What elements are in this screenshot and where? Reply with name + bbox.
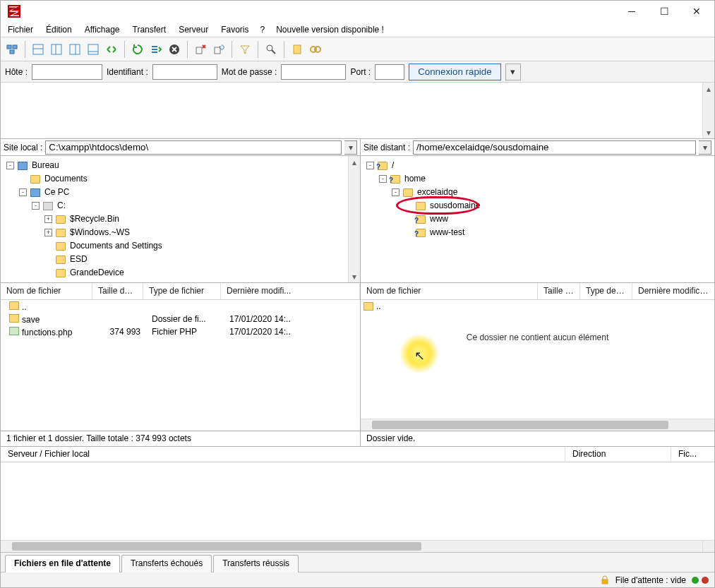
svg-rect-9 [88, 44, 98, 54]
tree-node[interactable]: sousdomaine [365, 199, 714, 212]
minimize-button[interactable]: ─ [615, 1, 648, 22]
local-path-dropdown[interactable]: ▾ [344, 140, 357, 155]
menu-help[interactable]: ? [256, 23, 270, 36]
tree-node[interactable]: -excelaidqe [365, 186, 714, 199]
local-columns[interactable]: Nom de fichier Taille de fi... Type de f… [1, 283, 360, 300]
tree-toggle[interactable]: - [19, 188, 27, 196]
disconnect-button[interactable] [192, 41, 209, 58]
remote-path-dropdown[interactable]: ▾ [699, 140, 711, 155]
queue-col-direction[interactable]: Direction [565, 447, 671, 462]
quickconnect-history-button[interactable]: ▾ [505, 64, 521, 80]
user-input[interactable] [152, 64, 217, 80]
local-path-input[interactable] [45, 140, 342, 155]
svg-rect-13 [215, 47, 220, 54]
tree-node[interactable]: Documents and Settings [5, 239, 360, 253]
tab-queued[interactable]: Fichiers en file d'attente [5, 555, 120, 572]
tree-toggle[interactable]: - [366, 162, 374, 169]
remote-files[interactable]: .. Ce dossier ne contient aucun élément … [361, 300, 714, 431]
svg-rect-3 [33, 44, 43, 54]
menu-newversion[interactable]: Nouvelle version disponible ! [270, 23, 390, 36]
col-type[interactable]: Type de fichier [143, 283, 221, 299]
toggle-localtree-button[interactable] [48, 41, 65, 58]
tree-label: Documents [44, 172, 88, 186]
col-date[interactable]: Dernière modifi... [221, 283, 360, 299]
compare-button[interactable] [263, 41, 280, 58]
tree-label: $Windows.~WS [70, 226, 130, 239]
menu-transfer[interactable]: Transfert [127, 23, 172, 36]
tree-toggle[interactable]: - [6, 162, 14, 169]
tree-node[interactable]: Documents [5, 172, 360, 186]
tree-toggle[interactable]: - [32, 202, 40, 210]
tree-node[interactable]: +$Recycle.Bin [5, 212, 360, 226]
sync-browse-button[interactable] [103, 41, 120, 58]
tree-toggle[interactable]: + [44, 215, 52, 223]
tree-node[interactable]: -home [365, 172, 714, 186]
col-type-r[interactable]: Type de fi... [580, 283, 632, 299]
col-size-r[interactable]: Taille d... [538, 283, 580, 299]
col-size[interactable]: Taille de fi... [92, 283, 143, 299]
toggle-remotetree-button[interactable] [66, 41, 83, 58]
reconnect-button[interactable] [210, 41, 227, 58]
scroll-down-icon[interactable]: ▾ [703, 126, 714, 138]
queue-col-file[interactable]: Serveur / Fichier local [1, 447, 565, 462]
local-tree-scrollbar[interactable]: ▴▾ [348, 156, 360, 282]
log-scrollbar[interactable]: ▴ ▾ [702, 83, 714, 138]
tab-success[interactable]: Transferts réussis [213, 555, 299, 572]
menu-bookmarks[interactable]: Favoris [215, 23, 254, 36]
scroll-up-icon[interactable]: ▴ [703, 83, 714, 95]
filter-button[interactable] [236, 41, 253, 58]
tree-toggle[interactable]: + [44, 229, 52, 236]
remote-h-scrollbar[interactable] [361, 419, 714, 431]
tree-node[interactable]: +$Windows.~WS [5, 226, 360, 239]
local-status: 1 fichier et 1 dossier. Taille totale : … [1, 431, 361, 446]
tab-failed[interactable]: Transferts échoués [121, 555, 212, 572]
col-name[interactable]: Nom de fichier [1, 283, 92, 299]
port-input[interactable] [375, 64, 404, 80]
quickconnect-button[interactable]: Connexion rapide [409, 64, 500, 80]
menu-file[interactable]: Fichier [2, 23, 39, 36]
queue-columns[interactable]: Serveur / Fichier local Direction Fic... [1, 447, 714, 462]
list-item[interactable]: functions.php374 993Fichier PHP17/01/202… [1, 325, 360, 338]
queue-col-remote[interactable]: Fic... [671, 447, 714, 462]
tree-node[interactable]: -/ [365, 159, 714, 172]
col-date-r[interactable]: Dernière modifica... [632, 283, 714, 299]
menu-edit[interactable]: Édition [40, 23, 78, 36]
refresh-button[interactable] [129, 41, 146, 58]
cancel-button[interactable] [166, 41, 183, 58]
menu-server[interactable]: Serveur [173, 23, 214, 36]
queue-h-scrollbar[interactable] [1, 540, 702, 552]
tree-node[interactable]: -Ce PC [5, 186, 360, 199]
tree-node[interactable]: ESD [5, 253, 360, 266]
list-item[interactable]: .. [1, 300, 360, 313]
pass-input[interactable] [281, 64, 346, 80]
list-item[interactable]: saveDossier de fi...17/01/2020 14:.. [1, 313, 360, 325]
folder-icon [56, 242, 66, 251]
menu-view[interactable]: Affichage [79, 23, 126, 36]
remote-columns[interactable]: Nom de fichier Taille d... Type de fi...… [361, 283, 714, 300]
list-item[interactable]: .. [361, 300, 714, 313]
sitemanager-button[interactable] [4, 41, 20, 58]
folder-unknown-icon [390, 175, 400, 184]
local-tree[interactable]: -BureauDocuments-Ce PC-C:+$Recycle.Bin+$… [1, 156, 361, 282]
tree-node[interactable]: -Bureau [5, 159, 360, 172]
svg-rect-7 [70, 44, 80, 54]
toggle-log-button[interactable] [30, 41, 47, 58]
tree-node[interactable]: www-test [365, 226, 714, 239]
tree-node[interactable]: www [365, 212, 714, 226]
tree-toggle[interactable]: - [379, 175, 387, 183]
tree-node[interactable]: -C: [5, 199, 360, 212]
process-queue-button[interactable] [148, 41, 164, 58]
manage-bookmarks-button[interactable] [289, 41, 306, 58]
remote-status: Dossier vide. [361, 431, 714, 446]
tree-label: www-test [430, 226, 464, 239]
toggle-queue-button[interactable] [85, 41, 102, 58]
close-button[interactable]: ✕ [680, 1, 713, 22]
host-input[interactable] [32, 64, 102, 80]
search-button[interactable] [307, 41, 324, 58]
tree-node[interactable]: GrandeDevice [5, 266, 360, 280]
remote-path-input[interactable] [413, 140, 696, 155]
tree-toggle[interactable]: - [392, 188, 399, 196]
col-name-r[interactable]: Nom de fichier [361, 283, 538, 299]
remote-tree[interactable]: -/-home-excelaidqesousdomainewwwwww-test [361, 156, 714, 282]
maximize-button[interactable]: ☐ [648, 1, 680, 22]
